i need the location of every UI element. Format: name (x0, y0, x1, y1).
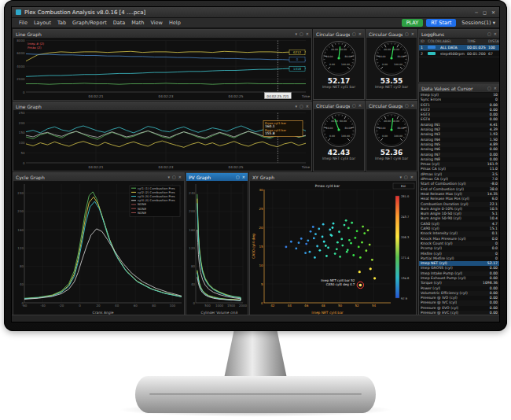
logg-col-id: ID (421, 39, 428, 43)
panel-options-icon[interactable]: ▾ (168, 175, 171, 179)
panel-close-icon[interactable]: ✕ (494, 87, 497, 90)
xy-graph-plot[interactable]: 05101520253042444648505254Pmax cyl4 barI… (250, 182, 416, 315)
menu-item-tab[interactable]: Tab (54, 20, 69, 26)
svg-text:04:02:23: 04:02:23 (159, 165, 174, 169)
statusbar (12, 315, 500, 322)
svg-text:04:02:23: 04:02:23 (159, 94, 174, 98)
color-swatch (428, 46, 436, 49)
panel-maximize-icon[interactable]: ▢ (172, 175, 176, 179)
logg-row[interactable]: 1ALL DATA00:01:025100 (419, 45, 499, 51)
panel-close-icon[interactable]: ✕ (411, 32, 414, 36)
close-icon[interactable]: ✕ (491, 9, 495, 15)
panel-titlebar[interactable]: XY Graph ▾ ▢ ✕ (250, 173, 416, 182)
monitor-bezel: Plex Combustion Analysis v8.0.16 [4 ....… (4, 0, 507, 331)
panel-maximize-icon[interactable]: ▢ (300, 32, 303, 36)
svg-text:40.00: 40.00 (384, 48, 391, 51)
panel-maximize-icon[interactable]: ▢ (300, 105, 303, 109)
minimize-icon[interactable]: ─ (475, 9, 478, 15)
line-graph-1-plot[interactable]: 8000600040002000004:02:2104:02:2304:02:2… (13, 39, 311, 100)
svg-text:46: 46 (304, 304, 309, 308)
gauge-body: 0.0020.0040.0060.0080.00100.0053.55Imep … (366, 39, 417, 99)
svg-text:-40: -40 (40, 304, 46, 308)
logg-cell: 00:01:200 (467, 52, 488, 56)
panel-close-icon[interactable]: ✕ (358, 104, 362, 108)
line-graph-2-plot[interactable]: 25020015010050004:02:2104:02:2304:02:25T… (13, 111, 311, 171)
svg-text:100: 100 (19, 141, 25, 145)
panel-titlebar[interactable]: Data Values at Cursor ▢ ✕ (419, 84, 499, 93)
panel-close-icon[interactable]: ✕ (306, 105, 309, 109)
svg-text:15: 15 (259, 245, 263, 249)
svg-text:20: 20 (259, 226, 263, 230)
panel-maximize-icon[interactable]: ▢ (405, 32, 409, 36)
panel-titlebar[interactable]: Cycle Graph ▾ ▢ ✕ (13, 173, 184, 182)
svg-text:160: 160 (189, 228, 195, 232)
panel-maximize-icon[interactable]: ▢ (236, 175, 240, 179)
panel-close-icon[interactable]: ✕ (410, 175, 414, 179)
svg-text:-20: -20 (59, 304, 64, 308)
pv-graph-plot[interactable]: 04080120160200240500100015002000Cylinder… (186, 182, 248, 315)
menu-item-file[interactable]: File (16, 20, 31, 26)
panel-titlebar[interactable]: Circular Gauge▢✕ (314, 30, 364, 39)
panel-titlebar[interactable]: Circular Gauge▢✕ (366, 30, 417, 39)
panel-close-icon[interactable]: ✕ (178, 175, 182, 179)
panel-title: Line Graph (16, 104, 293, 109)
panel-close-icon[interactable]: ✕ (242, 175, 245, 179)
svg-text:Pmax (2): Pmax (2) (28, 46, 42, 50)
gauge-panel-cyl2: Circular Gauge▢✕0.0020.0040.0060.0080.00… (366, 29, 417, 100)
panel-maximize-icon[interactable]: ▢ (404, 175, 408, 179)
logg-cell: ALL DATA (440, 46, 467, 50)
panel-maximize-icon[interactable]: ▢ (487, 87, 491, 90)
panel-close-icon[interactable]: ✕ (411, 104, 414, 108)
panel-maximize-icon[interactable]: ▢ (487, 32, 491, 36)
play-button[interactable]: PLAY (402, 19, 424, 27)
monitor-stand-base (135, 376, 376, 413)
menu-item-help[interactable]: Help (166, 20, 184, 26)
loggruns-panel: LoggRuns ▢ ✕ IDCOLORLABELTIMEDISTANCE1AL… (418, 29, 500, 83)
sessions-label: Sessions(1) (461, 20, 491, 26)
maximize-icon[interactable]: ◻ (483, 9, 487, 15)
svg-text:80.00: 80.00 (344, 127, 351, 130)
sessions-dropdown[interactable]: Sessions(1) ▾ (461, 20, 495, 26)
svg-text:CA50 cyl4 deg: CA50 cyl4 deg (252, 234, 256, 259)
svg-text:120: 120 (189, 246, 195, 250)
rt-start-button[interactable]: RT Start (426, 19, 456, 27)
panel-titlebar[interactable]: PV Graph ▢ ✕ (186, 173, 248, 182)
panel-maximize-icon[interactable]: ▢ (405, 104, 409, 108)
svg-text:6212: 6212 (293, 50, 301, 54)
gauge-panel-cyl1: Circular Gauge▢✕0.0020.0040.0060.0080.00… (313, 29, 365, 100)
svg-text:80.00: 80.00 (344, 55, 351, 58)
gauge-value: 42.43 (328, 149, 350, 157)
svg-text:Cylinder Volume cm3: Cylinder Volume cm3 (201, 311, 238, 315)
svg-text:CA50 cyl4 deg 4.7: CA50 cyl4 deg 4.7 (326, 282, 355, 286)
panel-close-icon[interactable]: ✕ (306, 32, 309, 36)
panel-maximize-icon[interactable]: ▢ (352, 104, 356, 108)
panel-close-icon[interactable]: ✕ (358, 32, 362, 36)
menubar: FileLayoutTabGraph/ReportDataMathViewHel… (12, 18, 499, 28)
panel-titlebar[interactable]: Line Graph ▾ ▢ ✕ (13, 30, 311, 39)
panel-maximize-icon[interactable]: ▢ (352, 32, 356, 36)
panel-titlebar[interactable]: LoggRuns ▢ ✕ (419, 30, 499, 39)
cycle-graph-plot[interactable]: 04080120160200240-60-40-20020406080100Cr… (13, 182, 184, 315)
menu-item-layout[interactable]: Layout (31, 20, 54, 26)
menu-item-math[interactable]: Math (128, 20, 147, 26)
panel-titlebar[interactable]: Circular Gauge▢✕ (366, 101, 417, 110)
menu-item-view[interactable]: View (148, 20, 166, 26)
svg-text:120: 120 (17, 246, 24, 250)
logg-row[interactable]: 2step4500rpm00:01:20067 (419, 51, 499, 57)
panel-close-icon[interactable]: ✕ (494, 32, 497, 36)
panel-options-icon[interactable]: ▾ (400, 175, 403, 179)
logg-cell: step4500rpm (440, 52, 467, 56)
svg-text:0: 0 (23, 90, 25, 94)
menu-item-data[interactable]: Data (110, 20, 129, 26)
panel-titlebar[interactable]: Circular Gauge▢✕ (314, 101, 364, 110)
panel-titlebar[interactable]: Line Graph ▾ ▢ ✕ (13, 102, 311, 111)
menu-item-graphreport[interactable]: Graph/Report (69, 20, 110, 26)
pv-graph-panel: PV Graph ▢ ✕ 040801201602002405001000150… (186, 172, 248, 315)
svg-text:Imep NET cyl4 bar: Imep NET cyl4 bar (311, 311, 343, 315)
panel-options-icon[interactable]: ▾ (296, 32, 298, 36)
data-values-panel: Data Values at Cursor ▢ ✕ Imep (cyl)10Sy… (418, 83, 500, 315)
panel-options-icon[interactable]: ▾ (296, 105, 298, 109)
svg-text:20: 20 (97, 304, 101, 308)
svg-text:1318: 1318 (293, 67, 301, 71)
gauge-dial: 0.0020.0040.0060.0080.00100.00 (366, 39, 417, 78)
